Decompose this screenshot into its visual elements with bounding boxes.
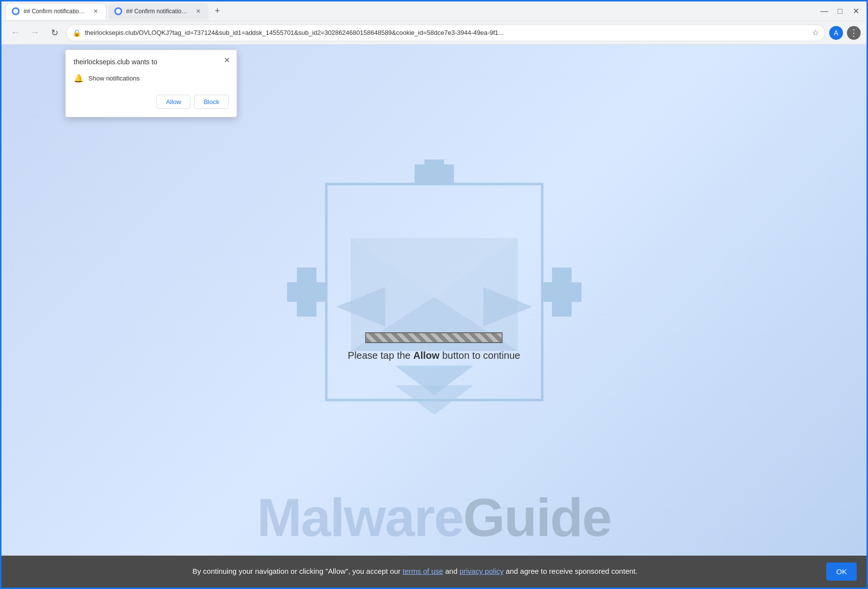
allow-button[interactable]: Allow <box>157 95 190 109</box>
tab-1-label: ## Confirm notifications ## <box>24 8 87 15</box>
forward-button[interactable]: → <box>27 25 43 41</box>
browser-window: ## Confirm notifications ## ✕ ## Confirm… <box>0 0 868 589</box>
popup-title: theirlocksepis.club wants to <box>74 58 229 66</box>
tab-1[interactable]: ## Confirm notifications ## ✕ <box>5 3 106 20</box>
back-button[interactable]: ← <box>7 25 23 41</box>
tab-2-close-button[interactable]: ✕ <box>194 7 203 16</box>
address-bar-row: ← → ↻ 🔒 theirlocksepis.club/OVLOQKJ?tag_… <box>1 21 867 45</box>
popup-permission: 🔔 Show notifications <box>74 72 229 85</box>
consent-text-before: By continuing your navigation or clickin… <box>192 567 402 575</box>
progress-bar-container: Please tap the Allow button to continue <box>348 332 520 361</box>
consent-ok-button[interactable]: OK <box>826 562 857 581</box>
malware-guide-watermark: MalwareGuide <box>257 486 611 548</box>
consent-text-middle: and <box>443 567 459 575</box>
malware-text: Malware <box>257 487 463 547</box>
bell-icon: 🔔 <box>74 74 83 83</box>
consent-bar: By continuing your navigation or clickin… <box>1 556 867 588</box>
consent-text-after: and agree to receive sponsored content. <box>503 567 637 575</box>
terms-of-use-link[interactable]: terms of use <box>403 567 444 575</box>
consent-text: By continuing your navigation or clickin… <box>11 566 818 577</box>
popup-close-button[interactable]: ✕ <box>221 54 233 66</box>
title-bar: ## Confirm notifications ## ✕ ## Confirm… <box>1 1 867 21</box>
tab-2-favicon <box>114 7 122 15</box>
page-content: Please tap the Allow button to continue … <box>1 45 867 588</box>
progress-text-before: Please tap the <box>348 350 413 361</box>
tab-2[interactable]: ## Confirm notifications ## ✕ <box>108 3 209 20</box>
address-bar[interactable]: 🔒 theirlocksepis.club/OVLOQKJ?tag_id=737… <box>66 25 825 41</box>
svg-point-1 <box>116 9 121 14</box>
svg-rect-6 <box>552 268 572 317</box>
progress-text-after: button to continue <box>440 350 521 361</box>
background-illustration <box>287 160 581 444</box>
reload-button[interactable]: ↻ <box>47 25 62 41</box>
lock-icon: 🔒 <box>73 29 81 37</box>
profile-button[interactable]: A <box>829 26 843 40</box>
maximize-button[interactable]: □ <box>833 4 847 18</box>
guide-text: Guide <box>463 487 611 547</box>
window-controls: — □ ✕ <box>817 4 863 18</box>
close-button[interactable]: ✕ <box>849 4 863 18</box>
tab-2-label: ## Confirm notifications ## <box>126 8 190 15</box>
popup-buttons: Allow Block <box>74 95 229 109</box>
block-button[interactable]: Block <box>194 95 229 109</box>
svg-rect-8 <box>415 164 454 184</box>
svg-rect-4 <box>297 268 316 317</box>
tab-1-favicon <box>12 7 20 15</box>
minimize-button[interactable]: — <box>817 4 831 18</box>
progress-bar <box>365 332 502 343</box>
permission-text: Show notifications <box>88 75 140 82</box>
progress-allow-bold: Allow <box>413 350 439 361</box>
privacy-policy-link[interactable]: privacy policy <box>459 567 503 575</box>
new-tab-button[interactable]: + <box>210 4 224 18</box>
menu-button[interactable]: ⋮ <box>847 26 861 40</box>
url-text: theirlocksepis.club/OVLOQKJ?tag_id=73712… <box>85 29 808 36</box>
progress-text: Please tap the Allow button to continue <box>348 350 520 361</box>
notification-popup: ✕ theirlocksepis.club wants to 🔔 Show no… <box>65 50 237 117</box>
svg-point-0 <box>13 9 18 14</box>
bookmark-icon[interactable]: ☆ <box>812 28 819 37</box>
tab-1-close-button[interactable]: ✕ <box>91 7 100 16</box>
